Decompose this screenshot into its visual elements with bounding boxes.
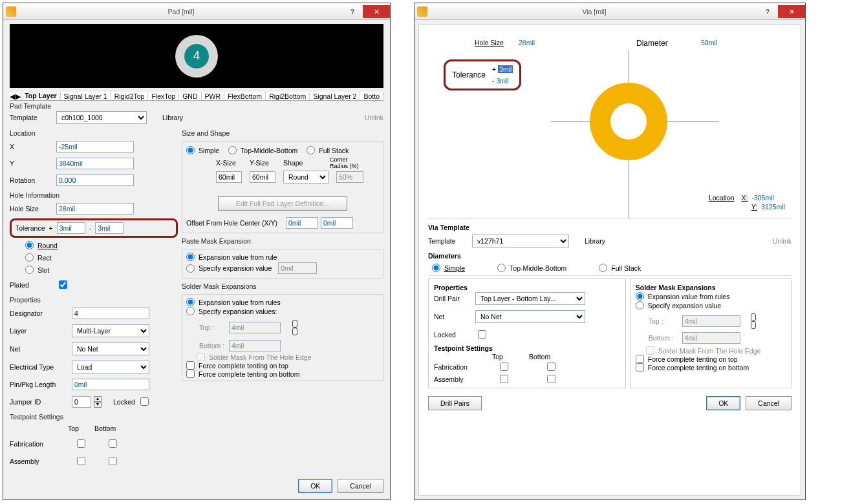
link-icon[interactable] [749,310,757,332]
help-button[interactable]: ? [343,8,361,16]
dia-simple-radio[interactable] [432,264,440,272]
ok-button[interactable]: OK [298,479,332,493]
hole-size-value[interactable]: 28mil [519,39,535,47]
loc-x-value[interactable]: -305mil [751,194,773,202]
elec-type-label: Electrical Type [10,363,69,371]
hole-shape-rect[interactable] [25,253,34,262]
locked-check[interactable] [478,330,486,339]
sm-rules-radio[interactable] [636,292,644,300]
location-label: Location [10,129,178,137]
tol-minus-input[interactable] [95,222,124,234]
ss-simple-radio[interactable] [186,146,195,154]
net-select[interactable]: No Net [475,310,585,323]
sm-specify-radio[interactable] [636,301,644,310]
tab[interactable]: Top Layer [21,92,60,101]
tab[interactable]: Signal Layer 1 [61,92,111,101]
tp-fab-top[interactable] [500,362,508,371]
close-button[interactable]: ✕ [363,5,390,18]
ss-full-radio[interactable] [307,146,315,154]
cancel-button[interactable]: Cancel [338,479,383,493]
tolerance-highlight: Tolerance + - [10,218,178,238]
tp-asm-bottom[interactable] [547,375,555,383]
tp-fab-top[interactable] [77,439,85,448]
tol-plus-input[interactable] [57,222,85,234]
elec-type-select[interactable]: Load [72,361,149,373]
hole-shape-slot[interactable] [25,266,34,274]
net-select[interactable]: No Net [72,342,149,355]
template-select[interactable]: v127h71 [472,235,569,247]
tab[interactable]: FlexTop [148,92,179,101]
help-button[interactable]: ? [759,8,777,16]
sm-specify-radio[interactable] [186,307,195,315]
hole-size-input[interactable] [56,203,134,215]
tent-bottom-check[interactable] [636,363,644,372]
drill-pair-select[interactable]: Top Layer - Bottom Lay... [475,292,585,305]
template-label: Template [428,237,468,245]
unlink-link[interactable]: Unlink [773,237,792,245]
unlink-link[interactable]: Unlink [365,114,383,121]
tab-scroll-right[interactable]: ▶ [16,92,21,100]
cancel-button[interactable]: Cancel [746,396,792,410]
sm-bottom-input [682,332,740,344]
tab[interactable]: FlexBottom [224,92,266,101]
pm-value-input [278,262,317,274]
tol-plus-value[interactable]: 3mil [498,65,513,73]
via-graphic-icon [551,50,719,218]
shape-select[interactable]: Round [283,171,329,184]
tent-bottom-check[interactable] [186,370,195,378]
tp-fab-label: Fabrication [10,440,69,448]
tab-scroll-left[interactable]: ◀ [10,92,16,100]
loc-y-value[interactable]: 3125mil [761,203,785,211]
pinpkg-input[interactable] [72,379,149,390]
tp-asm-top[interactable] [77,457,85,465]
locked-check[interactable] [140,397,149,406]
ss-tmb-radio[interactable] [228,146,237,154]
tp-asm-top[interactable] [500,375,508,383]
close-button[interactable]: ✕ [778,5,805,18]
pm-specify-radio[interactable] [186,264,195,273]
drill-pairs-button[interactable]: Drill Pairs [428,396,482,410]
offset-label: Offset From Hole Center (X/Y) [186,219,283,227]
layer-select[interactable]: Multi-Layer [72,324,149,337]
pm-rule-radio[interactable] [186,253,195,261]
xsize-input[interactable] [216,171,242,183]
rotation-input[interactable] [56,174,134,186]
y-input[interactable] [56,158,134,169]
template-select[interactable]: c0h100_1000 [56,111,147,124]
tp-fab-bottom[interactable] [547,362,555,371]
offset-x-input[interactable] [286,217,318,229]
diameter-value[interactable]: 50mil [701,39,717,47]
tent-top-check[interactable] [636,355,644,363]
window-title: Pad [mil] [19,8,343,16]
ok-button[interactable]: OK [706,396,740,410]
jumper-input[interactable] [72,396,91,408]
tab[interactable]: Rigi2Bottom [266,92,310,101]
via-template-label: Via Template [428,224,792,231]
titlebar: Via [mil] ? ✕ [415,3,805,20]
x-input[interactable] [56,141,134,152]
offset-y-input[interactable] [321,217,353,229]
sm-rules-radio[interactable] [186,298,195,306]
tab[interactable]: GND [179,92,201,101]
tol-minus-value[interactable]: 3mil [496,77,508,85]
layer-tabs[interactable]: ◀ ▶ Top Layer Signal Layer 1 Rigid2Top F… [10,92,383,101]
dia-full-radio[interactable] [599,264,607,272]
hole-shape-round[interactable] [25,241,34,249]
tent-top-check[interactable] [186,361,195,370]
jumper-spinner[interactable]: ▲▼ [94,396,102,408]
ysize-input[interactable] [250,171,275,183]
link-icon[interactable] [291,317,299,339]
location-block: Location X:-305mil Y:3125mil [709,194,785,212]
tab[interactable]: PWR [202,92,225,101]
tab[interactable]: Botto [360,92,383,101]
sm-hole-edge-check [197,353,205,361]
tp-fab-bottom[interactable] [109,439,117,448]
dia-tmb-radio[interactable] [497,264,506,272]
sm-top-input [229,322,281,333]
tp-asm-bottom[interactable] [109,457,117,465]
designator-input[interactable] [72,308,149,319]
tab[interactable]: Rigid2Top [111,92,149,101]
testpoint-label: Testpoint Settings [10,413,178,421]
tab[interactable]: Signal Layer 2 [310,92,360,101]
plated-check[interactable] [59,280,67,289]
